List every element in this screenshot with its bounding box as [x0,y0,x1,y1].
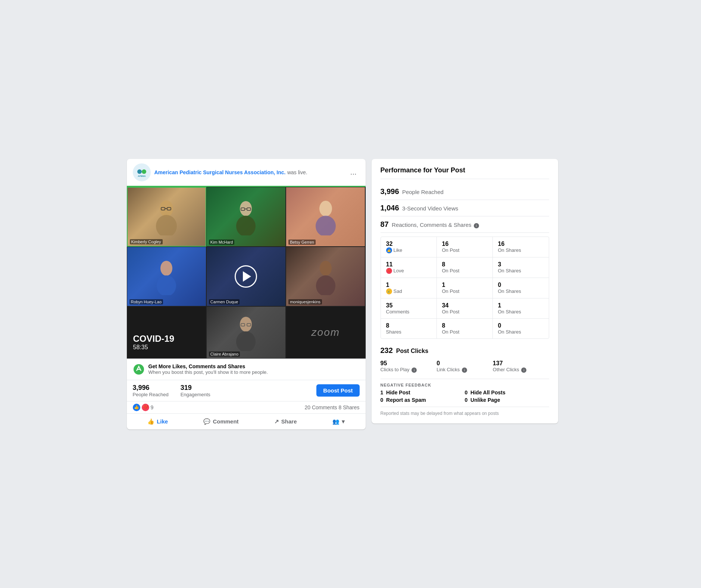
sad-count-cell: 1 😢 Sad [381,278,437,298]
like-on-post-cell: 16 On Post [437,237,493,257]
post-clicks-section: 232 Post Clicks 95 Clicks to Play i 0 Li… [381,343,549,379]
sad-label: 😢 Sad [386,288,431,294]
comments-label: Comments [386,309,431,315]
person-3-label: Betsy Gerren [288,240,316,245]
boost-post-button[interactable]: Boost Post [316,384,359,397]
link-clicks-label: Link Clicks i [436,367,493,373]
post-header-left: APBNA American Pediatric Surgical Nurses… [133,163,307,181]
more-action-button[interactable]: 👥 ▾ [326,415,351,428]
share-action-button[interactable]: ↗ Share [268,415,303,428]
hide-all-num: 0 [465,390,468,395]
perf-video-views-num: 1,046 [381,204,399,212]
engagements-stat: 319 Engagements [181,384,210,397]
love-on-shares-label: On Shares [498,268,544,273]
clicks-to-play-info-icon[interactable]: i [411,368,417,373]
shares-on-shares-num: 0 [498,322,544,329]
negative-feedback-section: Negative Feedback 1 Hide Post 0 Hide All… [381,379,549,407]
clicks-grid: 95 Clicks to Play i 0 Link Clicks i 137 [381,358,549,375]
sad-icon-small: 😢 [386,288,392,294]
comments-on-shares-cell: 1 On Shares [493,298,549,319]
svg-point-5 [156,215,177,235]
like-reaction-icon: 👍 [133,404,140,411]
perf-reached-row: 3,996 People Reached [381,184,549,200]
video-cell-7: COVID-19 58:35 [127,306,206,359]
comments-on-post-num: 34 [442,302,487,309]
hide-post-label: Hide Post [386,390,410,395]
reaction-count: 9 [151,404,154,410]
like-label: 👍 Like [386,247,431,253]
love-on-post-num: 8 [442,261,487,268]
unlike-page-item: 0 Unlike Page [465,397,549,403]
person-1-label: Kimberly Cogley [130,239,163,244]
link-clicks-cell: 0 Link Clicks i [436,358,493,375]
perf-video-views-row: 1,046 3-Second Video Views [381,200,549,216]
hide-post-num: 1 [381,390,384,395]
engagements-label: Engagements [181,392,210,397]
link-clicks-num: 0 [436,360,493,367]
other-clicks-label: Other Clicks i [493,367,549,373]
play-button[interactable] [235,265,257,288]
svg-point-20 [240,317,252,332]
comments-shares-count: 20 Comments 8 Shares [304,404,359,410]
comment-action-button[interactable]: 💬 Comment [197,415,244,428]
post-clicks-label: Post Clicks [396,348,428,354]
boost-heading: Get More Likes, Comments and Shares [148,363,268,369]
neg-feedback-grid: 1 Hide Post 0 Hide All Posts 0 Report as… [381,390,549,403]
video-grid: Kimberly Cogley Kim McHard [127,186,366,359]
boost-subtext: When you boost this post, you'll show it… [148,369,268,375]
like-on-shares-cell: 16 On Shares [493,237,549,257]
perf-reactions-row: 87 Reactions, Comments & Shares i [381,216,549,233]
share-icon: ↗ [274,418,279,425]
svg-point-0 [134,165,149,180]
other-clicks-info-icon[interactable]: i [521,368,526,373]
comments-total-num: 35 [386,302,431,309]
person-5-label: Carmen Duque [209,299,240,304]
svg-point-14 [319,201,332,216]
like-action-button[interactable]: 👍 Like [141,415,174,428]
video-timestamp: 58:35 [133,344,175,351]
love-on-post-label: On Post [442,268,487,273]
perf-reactions-num: 87 [381,220,389,228]
avatar: APBNA [133,163,151,181]
svg-point-9 [240,201,252,216]
svg-point-18 [320,261,332,276]
svg-point-15 [316,216,336,235]
performance-title: Performance for Your Post [381,166,549,179]
reactions-info-icon[interactable]: i [474,223,479,228]
person-2-label: Kim McHard [209,240,235,245]
unlike-page-label: Unlike Page [470,397,500,403]
like-on-shares-label: On Shares [498,247,544,253]
svg-point-1 [137,169,142,174]
love-on-shares-num: 3 [498,261,544,268]
link-clicks-info-icon[interactable]: i [462,368,467,373]
like-action-label: Like [157,418,168,425]
video-cell-6: moniquesjenkins [286,247,365,306]
neg-feedback-title: Negative Feedback [381,383,549,387]
reaction-breakdown-grid: 32 👍 Like 16 On Post 16 On Shares 11 ❤️ … [381,237,549,339]
boost-text: Get More Likes, Comments and Shares When… [148,363,268,375]
sad-on-post-label: On Post [442,288,487,294]
other-clicks-num: 137 [493,360,549,367]
video-overlay: COVID-19 58:35 [133,334,175,351]
post-menu-button[interactable]: ... [347,166,360,178]
report-spam-num: 0 [381,397,384,403]
love-label: ❤️ Love [386,268,431,274]
sad-on-shares-num: 0 [498,282,544,288]
post-clicks-title: 232 Post Clicks [381,346,549,355]
svg-text:APBNA: APBNA [138,175,146,177]
clicks-to-play-num: 95 [381,360,437,367]
people-reached-stat: 3,996 People Reached [133,384,169,397]
org-name[interactable]: American Pediatric Surgical Nurses Assoc… [154,169,286,175]
love-count-cell: 11 ❤️ Love [381,257,437,278]
video-cell-2: Kim McHard [206,187,286,247]
like-on-post-label: On Post [442,247,487,253]
love-total-num: 11 [386,261,431,268]
share-action-label: Share [281,418,297,425]
boost-icon [133,363,145,375]
perf-reached-num: 3,996 [381,187,399,196]
shares-total-num: 8 [386,322,431,329]
reactions-row: 👍 ❤️ 9 20 Comments 8 Shares [127,401,366,413]
video-cell-play[interactable]: Carmen Duque [206,247,286,306]
video-cell-zoom: zoom [286,306,365,359]
clicks-to-play-cell: 95 Clicks to Play i [381,358,437,375]
